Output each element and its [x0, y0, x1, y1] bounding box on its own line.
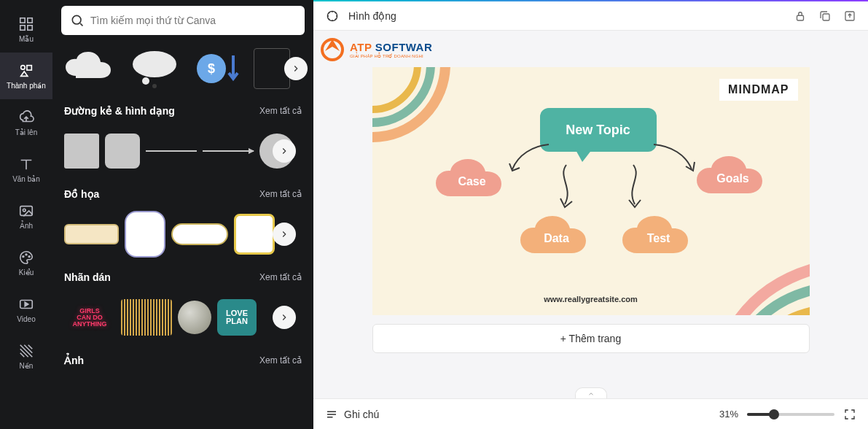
zoom-handle[interactable]	[769, 409, 779, 420]
notes-button[interactable]: Ghi chú	[325, 408, 379, 421]
mindmap-title[interactable]: MINDMAP	[719, 79, 797, 101]
line-shape[interactable]	[146, 150, 197, 152]
nav-styles-label: Kiểu	[19, 268, 34, 277]
chevron-right-icon	[291, 63, 301, 74]
export-icon[interactable]	[843, 9, 856, 23]
cloud-shape-icon	[61, 50, 120, 87]
recent-row: $	[52, 41, 313, 96]
svg-point-8	[23, 255, 24, 257]
palette-icon	[18, 250, 34, 266]
node-goals[interactable]: Goals	[693, 153, 773, 204]
templates-icon	[18, 16, 34, 32]
graphics-section-title: Đồ họa	[64, 188, 99, 200]
recent-thumb[interactable]	[61, 47, 120, 90]
duplicate-icon[interactable]	[818, 9, 832, 23]
stickers-section-title: Nhãn dán	[64, 271, 111, 283]
svg-point-9	[26, 253, 27, 255]
graphics-see-all[interactable]: Xem tất cả	[259, 189, 302, 199]
nav-background-label: Nền	[20, 362, 34, 370]
lines-see-all[interactable]: Xem tất cả	[259, 106, 302, 116]
lines-section-title: Đường kẻ & hình dạng	[64, 105, 175, 117]
nav-elements-label: Thành phần	[7, 82, 46, 90]
recent-thumb[interactable]	[125, 47, 184, 90]
scroll-right-button[interactable]	[273, 139, 296, 163]
add-page-button[interactable]: + Thêm trang	[372, 324, 810, 353]
square-shape[interactable]	[64, 134, 99, 169]
context-toolbar: Hình động	[313, 1, 868, 31]
scroll-right-button[interactable]	[284, 57, 308, 80]
design-page[interactable]: MINDMAP New Topic Case Goals Data Test	[372, 67, 810, 315]
elements-icon	[18, 63, 34, 79]
canvas-area[interactable]: ATP SOFTWAR GIẢI PHÁP HỖ TRỢ DOANH NGHI …	[313, 31, 868, 398]
svg-point-13	[133, 51, 176, 77]
photo-icon	[18, 203, 34, 219]
nav-elements[interactable]: Thành phần	[0, 53, 52, 99]
recent-thumb[interactable]: $	[189, 47, 248, 90]
svg-rect-2	[20, 25, 25, 29]
nav-templates[interactable]: Mẫu	[0, 6, 52, 53]
scroll-right-button[interactable]	[273, 306, 296, 329]
photos-section-title: Ảnh	[64, 355, 84, 366]
sticker-item[interactable]	[178, 301, 211, 334]
topic-bubble[interactable]: New Topic	[540, 108, 657, 152]
photos-see-all[interactable]: Xem tất cả	[259, 355, 302, 366]
text-icon	[18, 156, 34, 172]
search-input[interactable]	[90, 15, 296, 26]
svg-point-23	[372, 67, 445, 137]
lock-icon[interactable]	[794, 9, 807, 23]
left-nav: Mẫu Thành phần Tải lên Văn bản Ảnh Kiểu …	[0, 0, 52, 429]
graphic-item[interactable]	[64, 224, 119, 244]
svg-point-7	[23, 209, 26, 212]
thought-bubble-icon	[125, 47, 184, 90]
arrow-shape[interactable]	[203, 150, 254, 152]
nav-background[interactable]: Nền	[0, 333, 52, 379]
animate-label[interactable]: Hình động	[348, 10, 396, 22]
sticker-item[interactable]: GIRLS CAN DO ANYTHING	[64, 299, 115, 336]
nav-text[interactable]: Văn bản	[0, 146, 52, 193]
elements-panel: $ Đường kẻ & hình dạng Xem tất cả Đồ họa…	[52, 0, 313, 429]
sticker-item[interactable]: LOVE PLAN	[217, 299, 257, 336]
node-data[interactable]: Data	[517, 213, 597, 264]
chevron-right-icon	[279, 146, 289, 156]
logo-title: ATP SOFTWAR	[350, 41, 432, 53]
nav-photos[interactable]: Ảnh	[0, 193, 52, 239]
main-area: Hình động ATP SOFTWAR GIẢI PHÁP HỖ TRỢ D…	[313, 0, 868, 429]
animate-icon[interactable]	[325, 9, 340, 23]
nav-uploads[interactable]: Tải lên	[0, 99, 52, 146]
zoom-value[interactable]: 31%	[719, 409, 738, 420]
page-tray-handle[interactable]	[575, 387, 607, 398]
connector-arrow-icon	[552, 162, 581, 213]
svg-point-15	[152, 84, 157, 88]
nav-video[interactable]: Video	[0, 286, 52, 333]
sticker-item[interactable]	[121, 299, 172, 336]
nav-templates-label: Mẫu	[19, 35, 34, 43]
svg-rect-19	[797, 15, 804, 20]
node-test[interactable]: Test	[619, 213, 699, 264]
graphic-item[interactable]	[171, 223, 228, 245]
svg-point-10	[28, 255, 30, 257]
rounded-square-shape[interactable]	[105, 134, 140, 169]
notes-icon	[325, 408, 338, 421]
scroll-right-button[interactable]	[273, 223, 296, 246]
svg-rect-1	[28, 18, 32, 22]
graphic-item[interactable]	[234, 214, 275, 255]
chevron-right-icon	[279, 312, 289, 322]
background-icon	[18, 343, 34, 359]
site-url[interactable]: www.reallygreatsite.com	[372, 295, 810, 304]
chevron-up-icon	[587, 390, 595, 398]
svg-point-14	[142, 77, 149, 85]
fullscreen-icon[interactable]	[843, 408, 856, 421]
svg-point-4	[21, 65, 26, 69]
nav-text-label: Văn bản	[12, 175, 40, 183]
search-box[interactable]	[61, 6, 305, 35]
nav-styles[interactable]: Kiểu	[0, 239, 52, 286]
nav-photos-label: Ảnh	[20, 222, 33, 230]
nav-uploads-label: Tải lên	[15, 128, 37, 136]
zoom-slider[interactable]	[747, 413, 834, 416]
stickers-see-all[interactable]: Xem tất cả	[259, 272, 302, 282]
connector-arrow-icon	[620, 162, 649, 213]
graphic-item[interactable]	[125, 211, 165, 258]
svg-rect-0	[20, 18, 25, 22]
bottom-bar: Ghi chú 31%	[313, 398, 868, 429]
node-case[interactable]: Case	[432, 156, 512, 207]
